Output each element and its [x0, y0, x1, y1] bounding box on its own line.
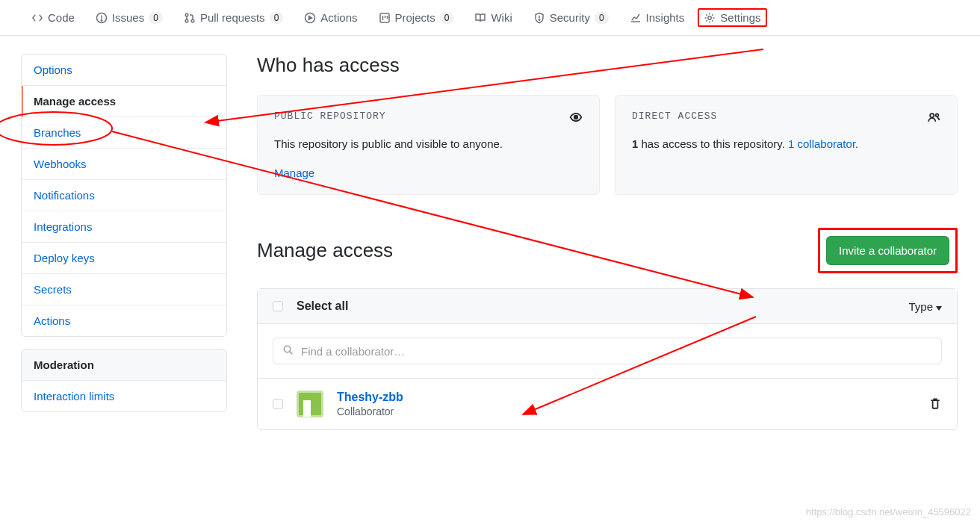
tab-code-label: Code — [48, 11, 75, 24]
select-all-row: Select all Type — [258, 289, 957, 324]
tab-actions[interactable]: Actions — [297, 5, 365, 30]
issues-count: 0 — [149, 12, 163, 24]
svg-point-12 — [539, 19, 539, 19]
collaborator-search-input[interactable] — [301, 345, 932, 358]
svg-point-5 — [191, 19, 194, 22]
who-has-access-title: Who has access — [257, 54, 958, 77]
play-icon — [304, 12, 316, 24]
shield-icon — [533, 12, 545, 24]
repo-nav: Code Issues 0 Pull requests 0 Actions Pr… — [0, 0, 980, 36]
sidebar-item-deploy-keys[interactable]: Deploy keys — [22, 243, 226, 274]
type-dropdown-label: Type — [908, 300, 933, 313]
public-repo-label: PUBLIC REPOSITORY — [274, 111, 386, 122]
sidebar-item-notifications[interactable]: Notifications — [22, 180, 226, 211]
public-repo-text: This repository is public and visible to… — [274, 135, 583, 153]
select-all-label: Select all — [297, 299, 348, 313]
tab-pulls[interactable]: Pull requests 0 — [176, 5, 291, 30]
graph-icon — [630, 12, 642, 24]
access-cards: PUBLIC REPOSITORY This repository is pub… — [257, 95, 958, 195]
collaborator-count-link[interactable]: 1 collaborator — [788, 137, 855, 150]
tab-wiki-label: Wiki — [491, 11, 512, 24]
tab-pulls-label: Pull requests — [200, 11, 265, 24]
tab-security-label: Security — [550, 11, 590, 24]
svg-point-4 — [185, 19, 188, 22]
collaborators-box: Select all Type — [257, 288, 958, 430]
pulls-count: 0 — [270, 12, 284, 24]
svg-point-2 — [101, 19, 102, 21]
main-layout: Options Manage access Branches Webhooks … — [0, 36, 980, 460]
collaborator-row: Theshy-zbb Collaborator — [258, 379, 957, 429]
invite-annotation-box: Invite a collaborator — [818, 228, 958, 273]
sidebar-group-main: Options Manage access Branches Webhooks … — [21, 54, 227, 337]
pull-request-icon — [184, 12, 196, 24]
sidebar-item-webhooks[interactable]: Webhooks — [22, 149, 226, 180]
tab-issues[interactable]: Issues 0 — [88, 5, 170, 30]
public-repo-card: PUBLIC REPOSITORY This repository is pub… — [257, 95, 600, 195]
search-icon — [282, 344, 294, 358]
caret-down-icon — [936, 300, 942, 313]
collaborator-checkbox[interactable] — [273, 399, 283, 409]
issue-icon — [96, 12, 108, 24]
search-input-wrap[interactable] — [273, 338, 942, 364]
direct-access-period: . — [855, 137, 858, 150]
sidebar-item-interaction-limits[interactable]: Interaction limits — [22, 381, 226, 411]
sidebar-item-manage-access[interactable]: Manage access — [22, 86, 226, 117]
sidebar-group-moderation: Moderation Interaction limits — [21, 349, 227, 412]
sidebar-item-secrets[interactable]: Secrets — [22, 274, 226, 305]
collaborator-name[interactable]: Theshy-zbb — [337, 391, 403, 404]
tab-insights-label: Insights — [646, 11, 685, 24]
code-icon — [31, 12, 43, 24]
direct-access-text: 1 has access to this repository. 1 colla… — [632, 135, 940, 153]
svg-point-16 — [936, 114, 939, 116]
content-area: Who has access PUBLIC REPOSITORY This re… — [257, 54, 958, 430]
manage-access-title: Manage access — [257, 239, 393, 262]
type-dropdown[interactable]: Type — [908, 300, 942, 313]
select-all-checkbox[interactable] — [273, 301, 283, 311]
tab-projects[interactable]: Projects 0 — [371, 5, 462, 30]
direct-access-text1: has access to this repository. — [638, 137, 788, 150]
eye-icon — [569, 111, 583, 126]
tab-settings[interactable]: Settings — [698, 8, 766, 27]
project-icon — [379, 12, 391, 24]
invite-collaborator-button[interactable]: Invite a collaborator — [826, 236, 949, 265]
manage-access-header: Manage access Invite a collaborator — [257, 228, 958, 273]
direct-access-label: DIRECT ACCESS — [632, 111, 717, 122]
tab-projects-label: Projects — [395, 11, 435, 24]
settings-sidebar: Options Manage access Branches Webhooks … — [21, 54, 227, 430]
tab-code[interactable]: Code — [24, 5, 82, 30]
svg-line-18 — [290, 352, 292, 354]
gear-icon — [704, 12, 716, 24]
collaborator-role: Collaborator — [337, 406, 403, 417]
tab-settings-label: Settings — [720, 11, 760, 24]
tab-insights[interactable]: Insights — [622, 5, 692, 30]
people-icon — [927, 111, 940, 126]
direct-access-card: DIRECT ACCESS 1 has access to this repos… — [615, 95, 958, 195]
projects-count: 0 — [440, 12, 454, 24]
public-repo-manage-link[interactable]: Manage — [274, 167, 583, 179]
collaborator-info: Theshy-zbb Collaborator — [337, 391, 403, 417]
security-count: 0 — [595, 12, 609, 24]
tab-security[interactable]: Security 0 — [526, 5, 616, 30]
sidebar-header-moderation: Moderation — [22, 349, 226, 381]
tab-actions-label: Actions — [320, 11, 357, 24]
svg-point-13 — [708, 16, 711, 19]
svg-point-14 — [574, 116, 578, 119]
sidebar-item-integrations[interactable]: Integrations — [22, 211, 226, 243]
sidebar-item-actions[interactable]: Actions — [22, 305, 226, 336]
tab-wiki[interactable]: Wiki — [467, 5, 519, 30]
avatar — [297, 391, 323, 417]
remove-collaborator-button[interactable] — [928, 397, 942, 412]
search-row — [258, 324, 957, 379]
svg-point-17 — [284, 346, 290, 352]
sidebar-item-branches[interactable]: Branches — [22, 117, 226, 149]
book-icon — [474, 12, 486, 24]
tab-issues-label: Issues — [112, 11, 144, 24]
svg-point-15 — [930, 114, 934, 117]
sidebar-item-options[interactable]: Options — [22, 55, 226, 86]
svg-point-3 — [185, 13, 188, 16]
